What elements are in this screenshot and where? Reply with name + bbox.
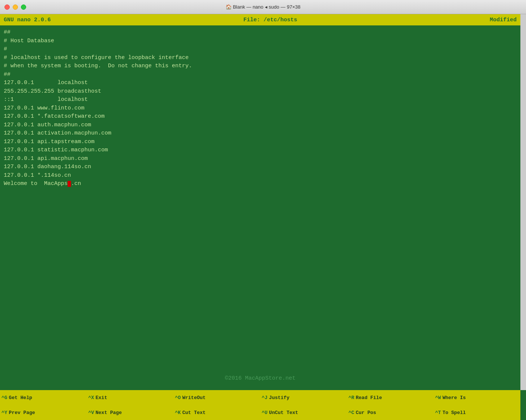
shortcut-key: ^U xyxy=(262,410,267,416)
shortcut-item[interactable]: ^JJustify xyxy=(260,390,347,405)
shortcut-label: Read File xyxy=(356,395,382,401)
text-cursor xyxy=(68,181,71,187)
shortcut-item[interactable]: ^YPrev Page xyxy=(0,405,87,420)
shortcut-key: ^V xyxy=(88,410,94,416)
shortcut-key: ^Y xyxy=(1,410,7,416)
shortcut-label: Get Help xyxy=(9,395,32,401)
shortcut-key: ^G xyxy=(1,395,7,401)
close-button[interactable] xyxy=(4,4,10,10)
shortcut-key: ^T xyxy=(435,410,441,416)
shortcut-item[interactable]: ^TTo Spell xyxy=(434,405,520,420)
shortcut-key: ^R xyxy=(349,395,355,401)
shortcut-item[interactable]: ^RRead File xyxy=(347,390,434,405)
shortcut-item[interactable]: ^XExit xyxy=(87,390,173,405)
shortcut-label: To Spell xyxy=(442,410,465,416)
shortcut-label: Prev Page xyxy=(9,410,35,416)
window-title: 🏠 Blank — nano ◂ sudo — 97×38 xyxy=(226,4,300,10)
shortcut-label: Where Is xyxy=(442,395,465,401)
window-controls xyxy=(4,4,26,10)
modified-indicator: Modified xyxy=(490,17,517,23)
shortcuts-bar: ^GGet Help^XExit^OWriteOut^JJustify^RRea… xyxy=(0,390,520,420)
status-bar: GNU nano 2.0.6 File: /etc/hosts Modified xyxy=(0,14,520,25)
editor-content: ## # Host Database # # localhost is used… xyxy=(4,28,517,188)
shortcut-item[interactable]: ^WWhere Is xyxy=(434,390,520,405)
shortcut-key: ^O xyxy=(175,395,181,401)
nano-version: GNU nano 2.0.6 xyxy=(4,17,51,23)
shortcut-item[interactable]: ^KCut Text xyxy=(173,405,260,420)
shortcut-label: Next Page xyxy=(96,410,122,416)
shortcut-label: Exit xyxy=(96,395,107,401)
scrollbar[interactable] xyxy=(520,14,526,390)
shortcut-key: ^C xyxy=(349,410,355,416)
shortcut-item[interactable]: ^OWriteOut xyxy=(173,390,260,405)
shortcut-label: Cut Text xyxy=(182,410,205,416)
shortcut-key: ^J xyxy=(262,395,267,401)
editor-area[interactable]: ## # Host Database # # localhost is used… xyxy=(0,25,520,390)
watermark: ©2016 MacAppStore.net xyxy=(225,374,296,383)
shortcut-item[interactable]: ^UUnCut Text xyxy=(260,405,347,420)
shortcut-label: Cur Pos xyxy=(356,410,376,416)
shortcut-item[interactable]: ^GGet Help xyxy=(0,390,87,405)
shortcut-key: ^X xyxy=(88,395,94,401)
shortcut-label: UnCut Text xyxy=(269,410,298,416)
title-bar: 🏠 Blank — nano ◂ sudo — 97×38 xyxy=(0,0,526,14)
minimize-button[interactable] xyxy=(13,4,18,10)
shortcut-item[interactable]: ^CCur Pos xyxy=(347,405,434,420)
shortcut-label: WriteOut xyxy=(182,395,205,401)
shortcut-key: ^K xyxy=(175,410,181,416)
file-path: File: /etc/hosts xyxy=(243,17,297,23)
shortcut-key: ^W xyxy=(435,395,441,401)
maximize-button[interactable] xyxy=(21,4,26,10)
shortcut-item[interactable]: ^VNext Page xyxy=(87,405,173,420)
shortcut-label: Justify xyxy=(269,395,290,401)
